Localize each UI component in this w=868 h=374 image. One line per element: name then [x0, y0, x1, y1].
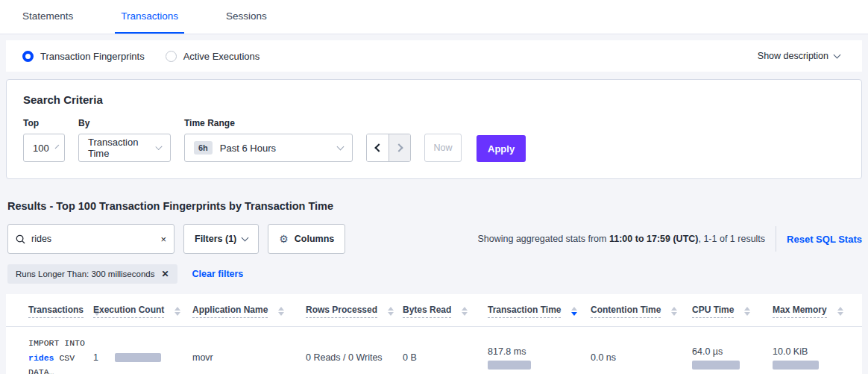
cell-cpu-time: 64.0 µs: [692, 327, 773, 374]
column-header-rows-processed[interactable]: Rows Processed: [306, 305, 377, 318]
sort-icon[interactable]: [388, 307, 394, 316]
apply-button[interactable]: Apply: [477, 135, 526, 162]
radio-unselected-icon: [166, 51, 177, 62]
next-time-window-button[interactable]: [389, 134, 410, 161]
gear-icon: ⚙: [279, 233, 289, 245]
cell-transaction-fingerprint: IMPORT INTO rides CSV DATA…: [6, 327, 93, 374]
tab-statements[interactable]: Statements: [16, 0, 79, 34]
table-row: IMPORT INTO rides CSV DATA… 1 movr 0 Rea…: [6, 327, 862, 374]
radio-active-executions[interactable]: Active Executions: [166, 51, 260, 62]
remove-filter-icon[interactable]: ✕: [161, 269, 169, 278]
sort-icon[interactable]: [837, 307, 843, 316]
sort-icon[interactable]: [174, 307, 180, 316]
time-range-badge: 6h: [194, 141, 213, 155]
transactions-table: Transactions Execution Count Application…: [6, 294, 862, 374]
transaction-time-bar: [488, 361, 531, 370]
column-header-bytes-read[interactable]: Bytes Read: [403, 305, 451, 318]
tab-sessions[interactable]: Sessions: [220, 0, 273, 34]
view-toggle-row: Transaction Fingerprints Active Executio…: [6, 40, 862, 72]
stats-time-range: 11:00 to 17:59 (UTC): [609, 234, 698, 244]
now-button[interactable]: Now: [424, 134, 462, 162]
radio-transaction-fingerprints[interactable]: Transaction Fingerprints: [22, 51, 145, 62]
filters-button[interactable]: Filters (1): [183, 224, 259, 254]
search-input[interactable]: [31, 234, 154, 244]
time-range-select[interactable]: 6h Past 6 Hours: [184, 134, 353, 162]
clear-search-icon[interactable]: ×: [160, 234, 166, 244]
search-criteria-title: Search Criteria: [23, 93, 845, 106]
chevron-down-icon: [54, 145, 59, 149]
column-header-cpu-time[interactable]: CPU Time: [692, 305, 734, 318]
transaction-time-value: 817.8 ms: [488, 346, 586, 357]
sort-icon[interactable]: [744, 307, 750, 316]
cell-contention-time: 0.0 ns: [591, 327, 692, 374]
top-label: Top: [23, 118, 65, 128]
column-header-execution-count[interactable]: Execution Count: [93, 305, 164, 318]
cpu-time-value: 64.0 µs: [692, 346, 768, 357]
top-field: Top 100: [23, 118, 65, 162]
cpu-time-bar: [692, 361, 740, 370]
sort-desc-active-icon[interactable]: [571, 307, 577, 316]
clear-filters-link[interactable]: Clear filters: [192, 269, 244, 279]
active-filters-row: Runs Longer Than: 300 milliseconds ✕ Cle…: [7, 264, 868, 284]
tab-label: Statements: [22, 10, 73, 22]
columns-button[interactable]: ⚙ Columns: [268, 224, 345, 254]
execution-count-bar: [115, 353, 161, 362]
tab-label: Transactions: [121, 10, 178, 22]
chevron-down-icon: [834, 52, 841, 59]
column-header-transactions[interactable]: Transactions: [28, 305, 84, 318]
cell-rows-processed: 0 Reads / 0 Writes: [306, 327, 403, 374]
radio-selected-icon: [22, 51, 34, 62]
top-select-value: 100: [33, 143, 49, 154]
column-header-application-name[interactable]: Application Name: [192, 305, 268, 318]
transaction-fingerprint-link[interactable]: rides: [28, 353, 54, 363]
time-range-field: Time Range 6h Past 6 Hours: [184, 118, 353, 162]
radio-label: Transaction Fingerprints: [40, 51, 145, 62]
transaction-statement-text: IMPORT INTO: [28, 338, 85, 348]
filter-pill-label: Runs Longer Than: 300 milliseconds: [16, 269, 154, 278]
stats-suffix: , 1-1 of 1 results: [698, 234, 765, 244]
search-criteria-card: Search Criteria Top 100 By Transaction T…: [6, 79, 862, 179]
aggregated-stats-text: Showing aggregated stats from 11:00 to 1…: [477, 234, 765, 244]
top-select[interactable]: 100: [23, 134, 65, 162]
column-header-max-memory[interactable]: Max Memory: [773, 305, 827, 318]
reset-sql-stats-link[interactable]: Reset SQL Stats: [787, 234, 862, 245]
search-icon: [16, 234, 25, 244]
by-label: By: [78, 118, 171, 128]
sort-icon[interactable]: [671, 307, 677, 316]
sql-activity-tab-bar: Statements Transactions Sessions: [0, 0, 868, 34]
max-memory-value: 10.0 KiB: [773, 346, 858, 357]
cell-bytes-read: 0 B: [403, 327, 488, 374]
chevron-right-icon: [394, 143, 403, 152]
cell-execution-count: 1: [93, 327, 192, 374]
column-header-contention-time[interactable]: Contention Time: [591, 305, 661, 318]
filter-pill: Runs Longer Than: 300 milliseconds ✕: [7, 264, 177, 284]
chevron-left-icon: [374, 143, 383, 152]
results-heading: Results - Top 100 Transaction Fingerprin…: [7, 200, 868, 212]
stats-prefix: Showing aggregated stats from: [477, 234, 609, 244]
results-table-card: Transactions Execution Count Application…: [6, 294, 862, 374]
column-header-transaction-time[interactable]: Transaction Time: [488, 305, 561, 318]
search-box: ×: [7, 224, 174, 254]
time-window-pager: [366, 134, 411, 162]
max-memory-bar: [773, 361, 819, 370]
sort-icon[interactable]: [462, 307, 468, 316]
chevron-down-icon: [155, 143, 162, 150]
sort-icon[interactable]: [278, 307, 284, 316]
columns-button-label: Columns: [295, 234, 334, 244]
by-select[interactable]: Transaction Time: [78, 134, 171, 162]
cell-application-name: movr: [192, 327, 306, 374]
previous-time-window-button[interactable]: [367, 134, 389, 161]
radio-label: Active Executions: [183, 51, 260, 62]
cell-max-memory: 10.0 KiB: [773, 327, 862, 374]
show-description-toggle[interactable]: Show description: [758, 51, 840, 61]
cell-transaction-time: 817.8 ms: [488, 327, 591, 374]
tab-transactions[interactable]: Transactions: [115, 0, 184, 34]
tab-label: Sessions: [226, 10, 267, 22]
show-description-label: Show description: [758, 51, 828, 61]
time-range-value: Past 6 Hours: [220, 143, 276, 154]
time-range-label: Time Range: [184, 118, 353, 128]
by-field: By Transaction Time: [78, 118, 171, 162]
table-header-row: Transactions Execution Count Application…: [6, 294, 862, 327]
chevron-down-icon: [337, 143, 345, 151]
filters-button-label: Filters (1): [195, 234, 236, 244]
